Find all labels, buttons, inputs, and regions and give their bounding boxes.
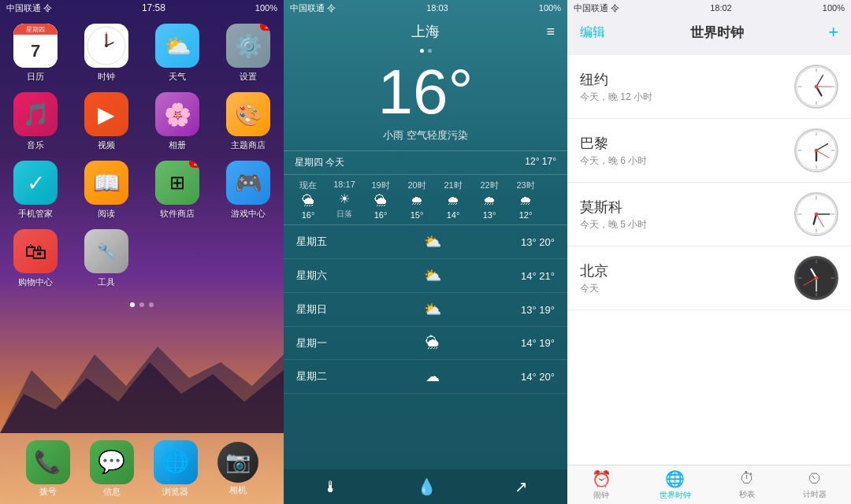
hour-temp-6: 12° [519,210,533,220]
weather-today-label: 星期四 今天 [295,156,344,169]
worldclock-title: 世界时钟 [605,24,828,42]
wc-clock-paris [794,128,838,172]
thermometer-icon[interactable]: 🌡 [323,478,339,496]
dock-browser[interactable]: 🌐 浏览器 [154,440,198,498]
app-music[interactable]: 🎵 音乐 [4,92,67,151]
hour-icon-5: 🌧 [483,194,496,208]
forecast-range-4: 14° 20° [521,371,555,383]
wc-info-paris: 巴黎 今天，晚 6 小时 [580,134,785,168]
forecast-icon-2: ⛅ [424,301,441,318]
dock-sms[interactable]: 💬 信息 [90,440,134,498]
wc-info-beijing: 北京 今天 [580,261,785,295]
clock-status-bar: 中国联通 令 18:02 100% [567,0,851,16]
app-game[interactable]: 🎮 游戏中心 [217,161,280,220]
app-theme[interactable]: 🎨 主题商店 [217,92,280,151]
weather-today-range: 12° 17° [525,156,556,169]
mountain-bg [0,339,284,433]
weather-dot-1 [420,49,424,53]
app-shop[interactable]: 🛍 购物中心 [4,229,67,288]
forecast-range-2: 13° 19° [521,304,555,316]
weather-screen: 中国联通 令 18:03 100% 上海 ≡ 16° 小雨 空气轻度污染 星期四… [284,0,567,504]
hour-time-5: 22时 [480,180,498,191]
hour-icon-4: 🌧 [447,194,459,208]
weather-menu-button[interactable]: ≡ [546,24,555,40]
worldclock-list: 纽约 今天，晚 12 小时 [567,55,851,465]
hour-temp-0: 16° [302,210,315,220]
hour-item-4: 21时 🌧 14° [435,180,471,220]
wc-clock-newyork [794,65,838,109]
forecast-icon-3: 🌦 [426,335,440,351]
forecast-range-0: 13° 20° [521,236,555,248]
forecast-day-3: 星期一 [296,336,344,350]
wc-item-paris: 巴黎 今天，晚 6 小时 [567,119,851,183]
home-screen: 中国联通 令 17:58 100% 星期四 7 日历 [0,0,284,504]
app-album[interactable]: 🌸 相册 [146,92,209,151]
wc-timeinfo-paris: 今天，晚 6 小时 [580,154,785,168]
app-clock[interactable]: 时钟 [75,24,138,83]
weather-description: 小雨 空气轻度污染 [284,128,567,143]
app-label-theme: 主题商店 [231,139,266,151]
dot-3 [149,302,154,307]
nav-timer[interactable]: ⏲ 计时器 [797,466,833,503]
hour-icon-3: 🌧 [411,194,423,208]
weather-dot-2 [428,49,432,53]
nav-label-timer: 计时器 [803,489,827,500]
app-label-calendar: 日历 [27,71,44,83]
home-status-bar: 中国联通 令 17:58 100% [0,0,284,16]
weather-temperature: 16° [284,61,567,124]
clock-carrier: 中国联通 令 [574,2,619,14]
forecast-range-1: 14° 21° [521,270,555,282]
home-battery: 100% [255,3,277,13]
share-icon[interactable]: ↗ [515,477,528,496]
nav-worldclock[interactable]: 🌐 世界时钟 [653,466,697,504]
dot-1 [130,302,135,307]
app-calendar[interactable]: 星期四 7 日历 [4,24,67,83]
app-label-clock: 时钟 [98,71,115,83]
dock-label-sms: 信息 [103,486,121,498]
hour-temp-5: 13° [483,210,496,220]
hour-item-3: 20时 🌧 15° [399,180,435,220]
alarm-icon: ⏰ [592,469,611,488]
svg-point-15 [815,85,819,89]
app-label-shop: 购物中心 [18,276,53,288]
add-button[interactable]: + [828,22,838,43]
nav-stopwatch[interactable]: ⏱ 秒表 [733,466,761,503]
theme-app-icon: 🎨 [235,102,262,128]
hour-icon-2: 🌦 [374,194,387,208]
video-app-icon: ▶ [98,102,115,128]
edit-button[interactable]: 编辑 [580,24,605,41]
weather-hourly-scroll[interactable]: 现在 🌦 16° 18:17 ☀ 日落 19时 🌦 16° 20时 🌧 15° … [284,175,567,225]
clock-bottom-nav: ⏰ 闹钟 🌐 世界时钟 ⏱ 秒表 ⏲ 计时器 [567,465,851,504]
app-tools[interactable]: 🔧 工具 [75,229,138,288]
hour-item-5: 22时 🌧 13° [471,180,507,220]
dock-phone[interactable]: 📞 拨号 [26,440,70,498]
app-manager[interactable]: ✓ 手机管家 [4,161,67,220]
dock-label-browser: 浏览器 [162,486,188,498]
app-label-music: 音乐 [27,139,44,151]
weather-hourly-header: 星期四 今天 12° 17° [284,150,567,175]
app-video[interactable]: ▶ 视频 [75,92,138,151]
dock-label-phone: 拨号 [39,486,57,498]
forecast-day-4: 星期二 [296,369,344,384]
app-weather[interactable]: ⛅ 天气 [146,24,209,83]
droplet-icon[interactable]: 💧 [417,477,437,496]
settings-badge: 1 [260,24,270,31]
app-settings[interactable]: ⚙️ 1 设置 [217,24,280,83]
app-read[interactable]: 📖 阅读 [75,161,138,220]
wc-clock-moscow [794,192,838,236]
nav-label-worldclock: 世界时钟 [660,490,691,501]
dock-camera[interactable]: 📷 相机 [217,442,258,496]
calendar-date: 7 [31,43,40,60]
app-label-store: 软件商店 [160,208,195,220]
nav-label-alarm: 闹钟 [593,490,609,501]
forecast-row-2: 星期日 ⛅ 13° 19° [284,293,567,327]
game-app-icon: 🎮 [235,170,262,196]
hour-time-2: 19时 [371,180,389,191]
hour-temp-2: 16° [374,210,388,220]
clock-nav-bar: 编辑 世界时钟 + [567,16,851,49]
nav-alarm[interactable]: ⏰ 闹钟 [585,466,618,504]
clock-time: 18:02 [710,3,732,13]
app-label-weather: 天气 [169,71,186,83]
app-grid: 星期四 7 日历 时钟 [0,16,284,296]
app-appstore[interactable]: ⊞ 2 软件商店 [146,161,209,220]
